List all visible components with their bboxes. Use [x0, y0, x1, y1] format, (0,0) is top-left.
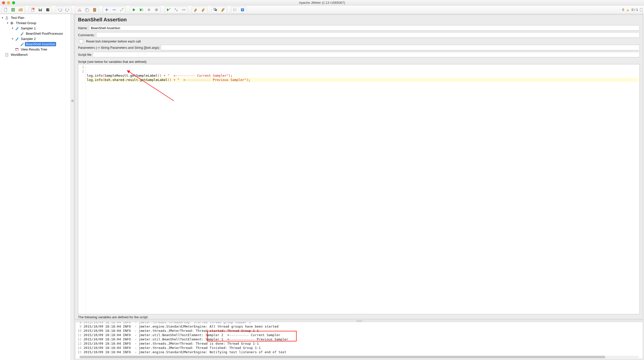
toolbar: ? 0 ▲ 0 / 1 [0, 6, 644, 14]
test-plan-icon [5, 16, 9, 20]
tree-item-test-plan[interactable]: ▼ Test Plan [0, 15, 74, 20]
collapse-button[interactable] [111, 7, 118, 13]
titlebar: Apache JMeter (2.13 r1665067) [0, 0, 644, 6]
cut-button[interactable] [76, 7, 83, 13]
tree-item-view-results-tree[interactable]: ▼ View Results Tree [0, 47, 74, 52]
copy-button[interactable] [84, 7, 91, 13]
tree-item-workbench[interactable]: ▼ WorkBench [0, 52, 74, 57]
minimize-window-button[interactable] [7, 1, 10, 4]
redo-button[interactable] [64, 7, 71, 13]
script-editor[interactable]: 1 2 log.info(SampleResult.getSampleLabel… [78, 64, 640, 314]
svg-text:?: ? [23, 42, 24, 44]
annotation-highlight-box [207, 331, 297, 341]
parameters-label: Parameters (-> String Parameters and Str… [78, 46, 159, 50]
svg-rect-11 [86, 9, 89, 12]
test-plan-tree[interactable]: ▼ Test Plan ▼ Thread Group ▼ Sampler 1 ▼… [0, 14, 74, 360]
svg-point-25 [223, 8, 225, 9]
new-button[interactable] [2, 7, 9, 13]
tree-item-beanshell-assertion[interactable]: ▼ ? BeanShell Assertion [0, 41, 74, 47]
svg-rect-0 [4, 8, 7, 12]
tree-item-thread-group[interactable]: ▼ Thread Group [0, 20, 74, 26]
name-input[interactable] [89, 25, 640, 31]
search-button[interactable] [212, 7, 219, 13]
start-no-pause-button[interactable] [138, 7, 145, 13]
disclosure-icon[interactable]: ▼ [11, 27, 14, 30]
clear-button[interactable] [192, 7, 199, 13]
save-as-button[interactable] [44, 7, 51, 13]
log-horizontal-scrollbar[interactable] [79, 356, 639, 358]
horizontal-splitter[interactable] [74, 320, 644, 322]
script-file-input[interactable] [93, 52, 640, 57]
assertion-icon: ? [20, 42, 24, 46]
function-helper-button[interactable] [231, 7, 238, 13]
clear-all-button[interactable] [200, 7, 207, 13]
svg-point-31 [17, 27, 18, 28]
svg-rect-16 [148, 9, 150, 11]
svg-point-32 [17, 37, 18, 38]
svg-rect-5 [39, 8, 41, 10]
script-label: Script (see below for variables that are… [78, 60, 640, 64]
tree-scrollbar[interactable] [70, 14, 74, 360]
tree-item-beanshell-postprocessor[interactable]: ▼ BeanShell PostProcessor [0, 31, 74, 36]
postprocessor-icon [20, 32, 24, 36]
zoom-window-button[interactable] [12, 1, 15, 4]
shutdown-button[interactable] [153, 7, 160, 13]
svg-point-19 [175, 8, 176, 10]
templates-button[interactable] [10, 7, 17, 13]
svg-point-9 [80, 10, 81, 11]
expand-button[interactable] [103, 7, 110, 13]
svg-rect-13 [94, 8, 95, 9]
window-title: Apache JMeter (2.13 r1665067) [299, 1, 345, 5]
tree-item-sampler-2[interactable]: ▼ Sampler 2 [0, 36, 74, 41]
toggle-button[interactable] [118, 7, 125, 13]
warning-icon: ▲ [626, 8, 630, 12]
remote-shutdown-button[interactable] [180, 7, 187, 13]
thread-group-icon [10, 21, 14, 25]
reset-interpreter-checkbox[interactable] [79, 39, 83, 43]
error-count: 0 [622, 8, 624, 12]
workbench-icon [5, 53, 9, 57]
script-file-label: Script file [78, 53, 91, 57]
close-window-button[interactable] [2, 1, 5, 4]
svg-point-17 [155, 8, 158, 11]
variables-footer: The following variables are defined for … [78, 315, 640, 319]
comments-input[interactable] [96, 32, 640, 38]
sampler-icon [15, 37, 19, 41]
disclosure-icon[interactable]: ▼ [11, 37, 14, 40]
svg-point-8 [78, 10, 79, 11]
listener-icon [15, 48, 19, 52]
close-button[interactable] [29, 7, 36, 13]
open-button[interactable] [17, 7, 24, 13]
disclosure-icon[interactable]: ▼ [6, 22, 9, 24]
config-panel: BeanShell Assertion Name: Comments: Rese… [75, 15, 643, 319]
svg-rect-6 [39, 10, 41, 11]
sampler-icon [15, 26, 19, 30]
status-indicator-icon [640, 8, 642, 12]
comments-label: Comments: [78, 33, 95, 37]
svg-point-18 [169, 8, 170, 9]
svg-rect-28 [640, 8, 642, 11]
help-button[interactable]: ? [239, 7, 246, 13]
reset-interpreter-label: Reset bsh.Interpreter before each call [86, 39, 141, 43]
svg-point-14 [120, 10, 121, 11]
start-button[interactable] [130, 7, 137, 13]
save-button[interactable] [37, 7, 44, 13]
svg-point-15 [122, 8, 123, 9]
log-panel[interactable]: 82015/10/09 18:18:04 INFO - jmeter.threa… [75, 322, 643, 359]
stop-button[interactable] [145, 7, 152, 13]
svg-point-20 [176, 10, 178, 11]
tree-item-sampler-1[interactable]: ▼ Sampler 1 [0, 26, 74, 31]
svg-text:?: ? [242, 8, 244, 11]
thread-count: 0 / 1 [632, 8, 638, 12]
disclosure-icon[interactable]: ▼ [1, 16, 4, 19]
parameters-input[interactable] [161, 45, 640, 50]
svg-point-30 [11, 23, 12, 24]
reset-search-button[interactable] [219, 7, 226, 13]
svg-point-22 [184, 9, 185, 11]
undo-button[interactable] [56, 7, 63, 13]
paste-button[interactable] [91, 7, 98, 13]
svg-rect-35 [15, 48, 18, 49]
remote-start-button[interactable] [165, 7, 172, 13]
svg-point-21 [182, 9, 184, 11]
remote-stop-button[interactable] [173, 7, 180, 13]
